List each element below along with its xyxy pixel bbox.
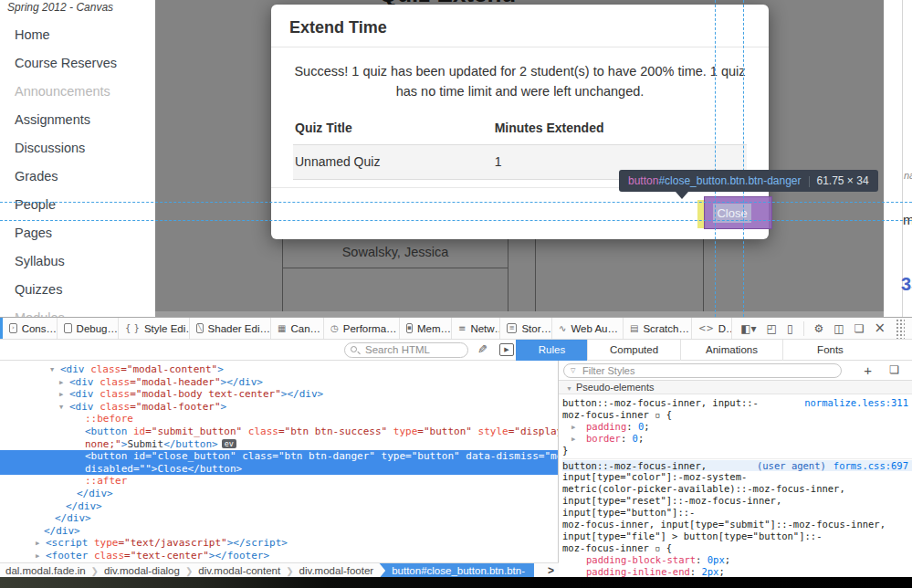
devtools-toolbar-icons: ◧▾ ◰ ▯ ⚙ ◫ ❏ ×	[733, 318, 912, 339]
css-rules-panel: ▽ Filter Styles + ❏ ▼Pseudo-elements nor…	[559, 361, 912, 578]
tab-computed[interactable]: Computed	[587, 340, 680, 361]
performance-icon: ◷	[330, 324, 339, 333]
tab-animations[interactable]: Animations	[680, 340, 782, 361]
success-message: Success! 1 quiz has been updated for 2 s…	[293, 61, 747, 102]
markup-line[interactable]: </div>	[0, 500, 558, 513]
devtools-tab-style-editor[interactable]: { }Style Edi…	[119, 318, 190, 339]
markup-line[interactable]: ▶<div class="modal-header"></div>	[0, 376, 558, 389]
breadcrumb-bar: dal.modal.fade.in❯div.modal-dialog❯div.m…	[0, 562, 559, 578]
markup-line[interactable]: ▶<script type="text/javascript"></script…	[0, 537, 558, 550]
rule-selector-line[interactable]: moz-focus-inner ▫ {	[562, 542, 912, 554]
search-html-input[interactable]: Search HTML	[344, 342, 468, 358]
sidebar-item-pages[interactable]: Pages	[15, 226, 52, 240]
storage-icon: ≡	[507, 323, 517, 333]
markup-line[interactable]: </div>	[0, 525, 558, 538]
settings-gear-icon[interactable]: ⚙	[814, 323, 824, 334]
markup-line[interactable]: ::after	[0, 475, 558, 488]
web-audio-icon: ∿	[559, 324, 566, 333]
split-console-icon[interactable]: ◫	[833, 323, 844, 334]
sidebar-item-course-reserves[interactable]: Course Reserves	[15, 56, 117, 70]
display-toggle-icon[interactable]: ▶	[499, 343, 514, 356]
sidebar-item-assignments[interactable]: Assignments	[15, 112, 90, 127]
breadcrumb-item[interactable]: div.modal-footer	[294, 565, 380, 576]
breadcrumb-item[interactable]: div.modal-content	[193, 565, 286, 576]
breadcrumb-next-arrow[interactable]: >	[546, 564, 556, 577]
markup-line[interactable]: ▼<div class="modal-footer">	[0, 401, 558, 414]
sidebar-item-people[interactable]: People	[15, 197, 56, 212]
rule-selector-line[interactable]: moz-focus-inner ▫ {	[562, 409, 912, 421]
markup-line[interactable]: <button id="close_button" class="btn btn…	[0, 450, 558, 463]
markup-line[interactable]: </div>	[0, 488, 558, 500]
rule-selector-line[interactable]: moz-focus-inner, input[type="submit"]::-…	[562, 519, 912, 530]
tab-rules[interactable]: Rules	[516, 340, 587, 361]
sidebar-item-home[interactable]: Home	[15, 27, 50, 42]
dock-bottom-icon[interactable]: ◰	[767, 323, 777, 334]
filter-styles-input[interactable]: Filter Styles	[563, 363, 842, 378]
shader-editor-icon: ╲	[196, 323, 204, 333]
rule-selector-line[interactable]: input[type="file"] > button[type="button…	[562, 530, 912, 542]
markup-line[interactable]: </div>	[0, 512, 558, 525]
devtools-tab-network[interactable]: ≡Netw…	[452, 318, 500, 339]
pseudo-elements-header[interactable]: ▼Pseudo-elements	[559, 381, 912, 394]
ruler-guide-vertical	[743, 0, 744, 317]
devtools-tab-performance[interactable]: ◷Performa…	[324, 318, 400, 339]
responsive-mode-icon[interactable]: ▯	[787, 323, 793, 334]
separate-window-icon[interactable]: ❏	[854, 323, 865, 334]
rule-selector-line[interactable]: input[type="reset"]::-moz-focus-inner, i…	[562, 495, 912, 519]
tab-fonts[interactable]: Fonts	[782, 340, 877, 361]
devtools-tab-web-audio[interactable]: ∿Web Au…	[552, 318, 624, 339]
devtools-tab-memory[interactable]: ▪Mem…	[400, 318, 452, 339]
devtools-tab-console[interactable]: ›Cons…	[3, 318, 58, 339]
rule-selector-line[interactable]: input[type="color"]:-moz-system-	[562, 471, 912, 483]
stylesheet-link[interactable]: (user agent)forms.css:697	[757, 460, 912, 472]
rule-selector-line[interactable]: (user agent)forms.css:697button::-moz-fo…	[562, 460, 912, 472]
resize-grip[interactable]	[896, 319, 905, 339]
devtools-tab-shader-editor[interactable]: ╲Shader Edi…	[190, 318, 271, 339]
dock-side-icon[interactable]: ◧▾	[740, 323, 756, 334]
tooltip-dimensions: 61.75 × 34	[817, 174, 869, 187]
markup-line[interactable]: none;">Submit</button>ev	[0, 438, 558, 451]
devtools-tab-storage[interactable]: ≡Stor…	[500, 318, 552, 339]
css-declaration[interactable]: ▶padding: 0;	[562, 421, 912, 433]
edit-html-pen-icon[interactable]: ✎	[477, 342, 487, 356]
css-declaration[interactable]: padding-block-start: 0px;	[562, 554, 912, 566]
screenshot-root: Quiz Extend Sowalsky, Jessica na m 3S Sp…	[0, 0, 912, 588]
close-devtools-icon[interactable]: ×	[874, 321, 886, 335]
rules-list: normalize.less:311button::-moz-focus-inn…	[559, 394, 912, 578]
canvas-icon: ▦	[278, 324, 286, 333]
sidebar-item-grades[interactable]: Grades	[15, 169, 58, 184]
sidebar-item-announcements[interactable]: Announcements	[15, 84, 110, 99]
breadcrumb-item[interactable]: div.modal-dialog	[99, 565, 185, 576]
table-header: Minutes Extended	[493, 113, 747, 144]
memory-icon: ▪	[406, 323, 413, 333]
markup-line[interactable]: <button id="submit_button" class="btn bt…	[0, 425, 558, 438]
markup-line[interactable]: ::before	[0, 413, 558, 425]
html-markup-view: ▼<div class="modal-content">▶<div class=…	[0, 361, 559, 562]
sidebar-item-quizzes[interactable]: Quizzes	[15, 282, 62, 297]
ruler-guide-horizontal	[0, 202, 912, 203]
add-rule-icon[interactable]: +	[864, 362, 872, 378]
css-rule: (user agent)forms.css:697button::-moz-fo…	[562, 458, 912, 578]
window-fragment-text: na	[904, 170, 912, 181]
console-icon: ›	[9, 323, 17, 333]
markup-line[interactable]: ▶<div class="modal-body text-center"></d…	[0, 388, 558, 401]
breadcrumb-item[interactable]: button#close_button.btn.btn-	[379, 563, 534, 579]
css-declaration[interactable]: padding-inline-end: 2px;	[562, 566, 912, 578]
stylesheet-link[interactable]: normalize.less:311	[804, 397, 912, 409]
rule-selector-line[interactable]: metric(color-picker-available)::-moz-foc…	[562, 483, 912, 495]
copy-rules-icon[interactable]: ❏	[889, 363, 899, 376]
markup-line[interactable]: ▼<div class="modal-content">	[0, 363, 558, 376]
devtools-tab-debugger[interactable]: Debug…	[58, 318, 119, 339]
markup-line[interactable]: ▶<footer class="text-center"></footer>	[0, 550, 558, 562]
css-declaration[interactable]: ▶border: 0;	[562, 433, 912, 445]
breadcrumb-item[interactable]: dal.modal.fade.in	[0, 565, 91, 576]
rule-selector-line[interactable]: normalize.less:311button::-moz-focus-inn…	[562, 397, 912, 409]
sidebar-item-syllabus[interactable]: Syllabus	[15, 254, 65, 268]
devtools-tab-canvas[interactable]: ▦Can…	[271, 318, 324, 339]
markup-line[interactable]: disabled="">Close</button>	[0, 463, 558, 476]
devtools-tab-dom[interactable]: <>D…	[692, 318, 732, 339]
devtools-tab-scratchpad[interactable]: ▤Scratch…	[624, 318, 692, 339]
window-fragment-text: 3S	[901, 274, 912, 295]
event-badge[interactable]: ev	[222, 439, 236, 448]
sidebar-item-discussions[interactable]: Discussions	[15, 141, 85, 155]
